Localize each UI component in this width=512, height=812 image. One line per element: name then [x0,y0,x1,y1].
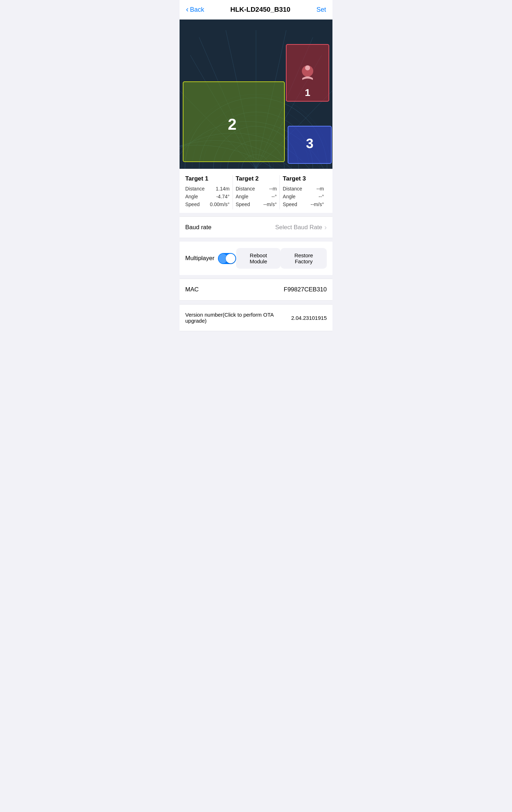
target-1-distance-row: Distance 1.14m [185,186,230,192]
target-3-title: Target 3 [283,175,324,182]
mac-label: MAC [185,286,199,293]
target-3-angle-value: --° [319,194,324,199]
target-1-angle-value: -4.74° [216,194,230,199]
targets-grid: Target 1 Distance 1.14m Angle -4.74° Spe… [185,175,327,209]
radar-visualization: 1 2 3 [180,20,332,169]
restore-factory-button[interactable]: Restore Factory [281,248,327,269]
targets-section: Target 1 Distance 1.14m Angle -4.74° Spe… [180,169,332,213]
svg-text:1: 1 [305,87,310,98]
version-label: Version number(Click to perform OTA upgr… [185,312,291,324]
target-1-distance-value: 1.14m [216,186,230,192]
target-2-angle-value: --° [271,194,277,199]
svg-text:2: 2 [228,115,236,133]
header: ‹ Back HLK-LD2450_B310 Set [180,0,332,20]
page-title: HLK-LD2450_B310 [230,6,290,14]
svg-text:3: 3 [306,136,313,151]
set-button[interactable]: Set [316,6,326,14]
baud-rate-selector[interactable]: Select Baud Rate › [275,223,327,231]
target-1-speed-label: Speed [185,201,199,207]
back-button[interactable]: ‹ Back [186,5,204,14]
reboot-module-button[interactable]: Reboot Module [236,248,281,269]
baud-rate-row[interactable]: Baud rate Select Baud Rate › [180,216,332,238]
mac-value: F99827CEB310 [284,286,327,293]
target-3-angle-label: Angle [283,194,295,199]
version-row[interactable]: Version number(Click to perform OTA upgr… [180,304,332,331]
target-1-angle-label: Angle [185,194,198,199]
target-1-title: Target 1 [185,175,230,182]
target-2-speed-value: --m/s° [263,201,277,207]
target-1-angle-row: Angle -4.74° [185,194,230,199]
target-1-speed-value: 0.00m/s° [210,201,229,207]
controls-section: Multiplayer Reboot Module Restore Factor… [180,242,332,275]
target-2-speed-label: Speed [236,201,250,207]
chevron-right-icon: › [324,223,327,231]
target-3-speed-value: --m/s° [311,201,324,207]
baud-rate-select-label: Select Baud Rate [275,224,322,231]
version-value: 2.04.23101915 [291,315,327,321]
svg-point-12 [305,65,310,70]
target-2-distance-label: Distance [236,186,255,192]
target-2-distance-row: Distance --m [236,186,277,192]
target-1-distance-label: Distance [185,186,204,192]
back-label: Back [190,6,204,14]
target-3-distance-value: --m [316,186,324,192]
target-1-speed-row: Speed 0.00m/s° [185,201,230,207]
target-3-distance-row: Distance --m [283,186,324,192]
target-3-column: Target 3 Distance --m Angle --° Speed --… [279,175,327,209]
target-3-distance-label: Distance [283,186,302,192]
target-3-speed-label: Speed [283,201,297,207]
target-1-column: Target 1 Distance 1.14m Angle -4.74° Spe… [185,175,233,209]
target-2-angle-row: Angle --° [236,194,277,199]
multiplayer-group: Multiplayer [185,253,236,264]
target-3-speed-row: Speed --m/s° [283,201,324,207]
baud-rate-label: Baud rate [185,224,212,231]
target-3-angle-row: Angle --° [283,194,324,199]
multiplayer-label: Multiplayer [185,255,214,262]
chevron-left-icon: ‹ [186,5,188,14]
mac-row: MAC F99827CEB310 [180,279,332,301]
target-2-title: Target 2 [236,175,277,182]
target-2-angle-label: Angle [236,194,249,199]
target-2-distance-value: --m [269,186,277,192]
toggle-thumb [226,254,235,263]
target-2-speed-row: Speed --m/s° [236,201,277,207]
target-2-column: Target 2 Distance --m Angle --° Speed --… [233,175,280,209]
multiplayer-toggle[interactable] [218,253,236,264]
